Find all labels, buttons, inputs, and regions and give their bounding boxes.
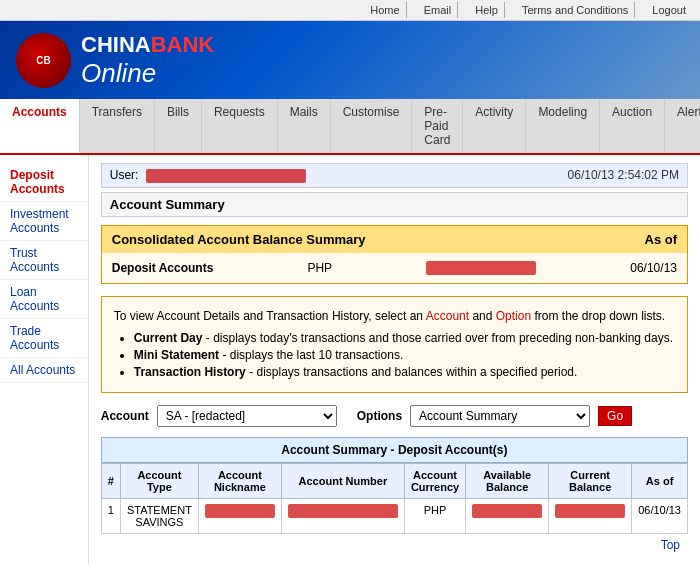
- table-header-row: # Account Type Account Nickname Account …: [101, 463, 687, 498]
- nav-accounts[interactable]: Accounts: [0, 99, 80, 153]
- main-content: User: 06/10/13 2:54:02 PM Account Summar…: [89, 155, 700, 564]
- main-navigation: Accounts Transfers Bills Requests Mails …: [0, 99, 700, 155]
- bullet-current-day: Current Day - displays today's transacti…: [134, 331, 675, 345]
- user-info: User:: [110, 168, 306, 183]
- available-redacted: [472, 504, 542, 518]
- options-dropdown[interactable]: Account Summary Current Day Mini Stateme…: [410, 405, 590, 427]
- user-bar: User: 06/10/13 2:54:02 PM: [101, 163, 688, 188]
- logo-china: CHINA: [81, 32, 151, 57]
- col-num: #: [101, 463, 120, 498]
- account-summary-title: Account Summary: [101, 192, 688, 217]
- consolidated-date: 06/10/13: [630, 261, 677, 275]
- cell-nickname: [198, 498, 281, 533]
- instruction-text: To view Account Details and Transaction …: [114, 309, 423, 323]
- consolidated-balance-box: Consolidated Account Balance Summary As …: [101, 225, 688, 284]
- nav-prepaid[interactable]: Pre-Paid Card: [412, 99, 463, 153]
- top-navigation: Home Email Help Terms and Conditions Log…: [0, 0, 700, 21]
- consolidated-header: Consolidated Account Balance Summary As …: [102, 226, 687, 253]
- account-dropdown[interactable]: SA - [redacted]: [157, 405, 337, 427]
- col-as-of: As of: [632, 463, 688, 498]
- and-text: and: [472, 309, 495, 323]
- go-button[interactable]: Go: [598, 406, 632, 426]
- cell-available: [466, 498, 549, 533]
- table-row: 1 STATEMENTSAVINGS PHP 06/10/1: [101, 498, 687, 533]
- col-current: Current Balance: [549, 463, 632, 498]
- sidebar-item-trade[interactable]: Trade Accounts: [0, 319, 88, 358]
- cell-number: [281, 498, 404, 533]
- current-redacted: [555, 504, 625, 518]
- email-link[interactable]: Email: [418, 2, 459, 18]
- account-table: # Account Type Account Nickname Account …: [101, 463, 688, 534]
- account-link[interactable]: Account: [426, 309, 469, 323]
- consolidated-title: Consolidated Account Balance Summary: [112, 232, 366, 247]
- logo-area: CB CHINABANK Online: [0, 21, 700, 99]
- sidebar-item-investment[interactable]: Investment Accounts: [0, 202, 88, 241]
- option-link[interactable]: Option: [496, 309, 531, 323]
- top-link[interactable]: Top: [661, 538, 680, 552]
- sidebar-item-all[interactable]: All Accounts: [0, 358, 88, 383]
- nav-activity[interactable]: Activity: [463, 99, 526, 153]
- sidebar-item-trust[interactable]: Trust Accounts: [0, 241, 88, 280]
- logo-text: CHINABANK Online: [81, 32, 214, 89]
- logo-circle: CB: [16, 33, 71, 88]
- home-link[interactable]: Home: [364, 2, 406, 18]
- table-title: Account Summary - Deposit Account(s): [101, 437, 688, 463]
- number-redacted: [288, 504, 398, 518]
- nav-auction[interactable]: Auction: [600, 99, 665, 153]
- nav-alerts[interactable]: Alerts: [665, 99, 700, 153]
- col-type: Account Type: [120, 463, 198, 498]
- sidebar-item-deposit[interactable]: Deposit Accounts: [0, 163, 88, 202]
- deposit-accounts-label: Deposit Accounts: [112, 261, 214, 275]
- nav-modeling[interactable]: Modeling: [526, 99, 600, 153]
- logo-online: Online: [81, 58, 214, 89]
- logo-bank: BANK: [151, 32, 215, 57]
- col-number: Account Number: [281, 463, 404, 498]
- nav-bills[interactable]: Bills: [155, 99, 202, 153]
- col-nickname: Account Nickname: [198, 463, 281, 498]
- session-datetime: 06/10/13 2:54:02 PM: [568, 168, 679, 182]
- account-select-row: Account SA - [redacted] Options Account …: [101, 405, 688, 427]
- info-bullets: Current Day - displays today's transacti…: [134, 331, 675, 379]
- col-currency: Account Currency: [404, 463, 465, 498]
- sidebar: Deposit Accounts Investment Accounts Tru…: [0, 155, 89, 564]
- cell-as-of: 06/10/13: [632, 498, 688, 533]
- nickname-redacted: [205, 504, 275, 518]
- help-link[interactable]: Help: [469, 2, 505, 18]
- nav-requests[interactable]: Requests: [202, 99, 278, 153]
- logout-link[interactable]: Logout: [646, 2, 692, 18]
- sidebar-item-loan[interactable]: Loan Accounts: [0, 280, 88, 319]
- user-name-redacted: [146, 169, 306, 183]
- nav-transfers[interactable]: Transfers: [80, 99, 155, 153]
- top-link-container: Top: [101, 534, 688, 556]
- bullet-transaction-history: Transaction History - displays transacti…: [134, 365, 675, 379]
- nav-customise[interactable]: Customise: [331, 99, 413, 153]
- bullet-mini-statement: Mini Statement - displays the last 10 tr…: [134, 348, 675, 362]
- content-area: Deposit Accounts Investment Accounts Tru…: [0, 155, 700, 564]
- options-select-label: Options: [357, 409, 402, 423]
- account-select-label: Account: [101, 409, 149, 423]
- consolidated-row: Deposit Accounts PHP 06/10/13: [102, 253, 687, 283]
- col-available: Available Balance: [466, 463, 549, 498]
- user-label: User:: [110, 168, 139, 182]
- php-label: PHP: [307, 261, 332, 275]
- cell-current: [549, 498, 632, 533]
- cell-type: STATEMENTSAVINGS: [120, 498, 198, 533]
- from-text: from the drop down lists.: [534, 309, 665, 323]
- terms-link[interactable]: Terms and Conditions: [516, 2, 635, 18]
- as-of-label: As of: [645, 232, 678, 247]
- nav-mails[interactable]: Mails: [278, 99, 331, 153]
- info-instruction: To view Account Details and Transaction …: [114, 307, 675, 325]
- cell-num: 1: [101, 498, 120, 533]
- info-box: To view Account Details and Transaction …: [101, 296, 688, 393]
- balance-redacted: [426, 261, 536, 275]
- cell-currency: PHP: [404, 498, 465, 533]
